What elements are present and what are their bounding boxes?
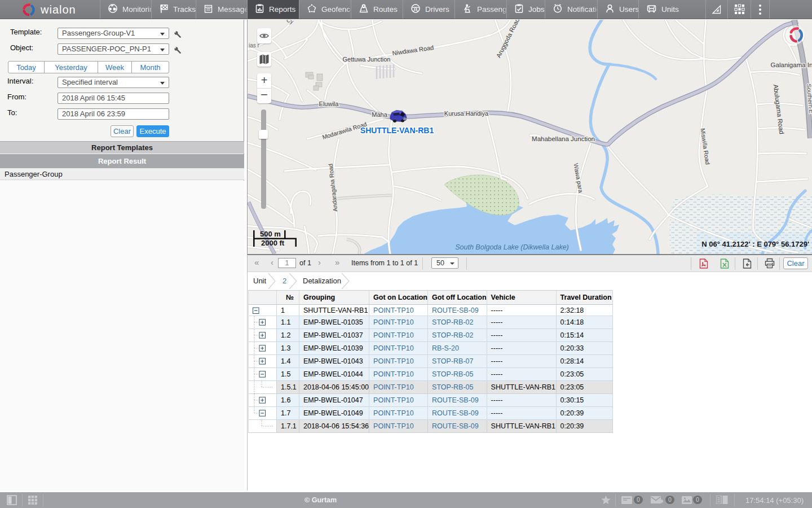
svg-text:Galanigama In: Galanigama In — [771, 62, 812, 68]
svg-text:2000 ft: 2000 ft — [261, 239, 285, 247]
svg-text:wialon: wialon — [40, 3, 76, 16]
svg-text:Eluwila: Eluwila — [319, 100, 339, 107]
svg-text:Kurusa Handiya: Kurusa Handiya — [444, 110, 489, 117]
svg-text:SHUTTLE-VAN-RB1: SHUTTLE-VAN-RB1 — [360, 126, 434, 135]
svg-text:Mahabellana Junction: Mahabellana Junction — [532, 135, 595, 142]
svg-text:South Bolgoda Lake (Dikwella L: South Bolgoda Lake (Dikwella Lake) — [455, 243, 569, 251]
svg-text:500 m: 500 m — [260, 230, 281, 238]
svg-text:Gettuwa Junction: Gettuwa Junction — [343, 56, 391, 63]
svg-text:Maha: Maha — [372, 111, 387, 118]
